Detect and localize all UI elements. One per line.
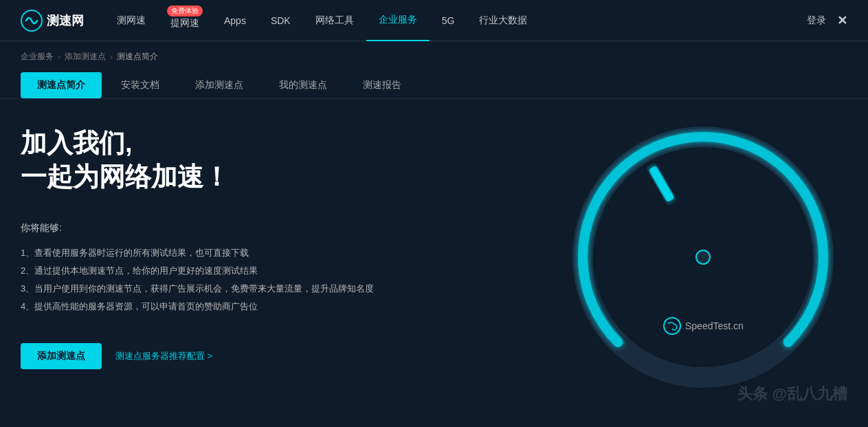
logo[interactable]: 测速网 [21,10,84,32]
features-title: 你将能够: [21,222,488,234]
nav-item-wrapper-3: SDK [258,0,303,41]
feature-item-0: 1、查看使用服务器时运行的所有测试结果，也可直接下载 [21,244,488,262]
breadcrumb-sep-1: › [110,52,113,62]
sub-nav-item-0[interactable]: 测速点简介 [21,72,102,98]
headline-line2: 一起为网络加速！ [21,160,488,194]
headline: 加入我们, 一起为网络加速！ [21,127,488,195]
login-button[interactable]: 登录 [807,14,826,27]
main-nav: 测网速 免费体验 提网速 Apps SDK 网络工具 企业服务 5G 行业大数据 [104,0,807,41]
breadcrumb-item-2: 测速点简介 [117,51,158,63]
close-button[interactable]: ✕ [837,13,847,28]
nav-item-wrapper-4: 网络工具 [303,0,366,41]
feature-item-1: 2、通过提供本地测速节点，给你的用户更好的速度测试结果 [21,262,488,280]
nav-item-wrapper-5: 企业服务 [366,0,430,41]
feature-item-3: 4、提供高性能的服务器资源，可以申请首页的赞助商广告位 [21,298,488,316]
sub-nav: 测速点简介 安装文档 添加测速点 我的测速点 测速报告 [0,72,868,99]
main-content: 加入我们, 一起为网络加速！ 你将能够: 1、查看使用服务器时运行的所有测试结果… [0,99,868,415]
logo-icon [21,10,43,32]
logo-text: 测速网 [47,12,84,29]
svg-text:SpeedTest.cn: SpeedTest.cn [685,320,744,331]
action-row: 添加测速点 测速点服务器推荐配置 > [21,343,488,369]
breadcrumb-item-1[interactable]: 添加测速点 [65,51,106,63]
nav-item-企业服务[interactable]: 企业服务 [366,0,430,41]
svg-point-3 [696,250,710,264]
nav-item-行业大数据[interactable]: 行业大数据 [467,0,539,41]
nav-item-wrapper-0: 测网速 [104,0,158,41]
breadcrumb: 企业服务 › 添加测速点 › 测速点简介 [0,41,868,72]
sub-nav-item-2[interactable]: 添加测速点 [179,72,260,98]
nav-item-测网速[interactable]: 测网速 [104,0,158,41]
breadcrumb-sep-0: › [58,52,60,62]
nav-item-wrapper-1: 免费体验 提网速 [158,0,212,41]
breadcrumb-item-0[interactable]: 企业服务 [21,51,54,63]
speedometer: SpeedTest.cn [559,113,847,402]
nav-item-5g[interactable]: 5G [430,0,467,41]
features-list: 1、查看使用服务器时运行的所有测试结果，也可直接下载 2、通过提供本地测速节点，… [21,244,488,316]
nav-item-wrapper-7: 行业大数据 [467,0,539,41]
left-content: 加入我们, 一起为网络加速！ 你将能够: 1、查看使用服务器时运行的所有测试结果… [21,127,488,395]
header: 测速网 测网速 免费体验 提网速 Apps SDK 网络工具 企业服务 5G [0,0,868,41]
nav-item-网络工具[interactable]: 网络工具 [303,0,366,41]
nav-item-wrapper-6: 5G [430,0,467,41]
nav-item-提网速[interactable]: 提网速 [158,0,212,41]
speedometer-svg: SpeedTest.cn [559,113,847,402]
headline-line1: 加入我们, [21,127,488,160]
svg-rect-2 [649,166,675,203]
feature-item-2: 3、当用户使用到你的测速节点，获得广告展示机会，免费带来大量流量，提升品牌知名度 [21,280,488,298]
watermark: 头条 @乱八九槽 [737,384,847,404]
nav-item-wrapper-2: Apps [212,0,258,41]
sub-nav-item-1[interactable]: 安装文档 [104,72,176,98]
sub-nav-item-3[interactable]: 我的测速点 [263,72,344,98]
nav-item-sdk[interactable]: SDK [258,0,303,41]
add-speed-node-button[interactable]: 添加测速点 [21,343,102,369]
svg-point-4 [664,318,680,334]
right-content: SpeedTest.cn [538,99,868,415]
config-link[interactable]: 测速点服务器推荐配置 > [115,350,212,362]
nav-item-apps[interactable]: Apps [212,0,258,41]
sub-nav-item-4[interactable]: 测速报告 [346,72,418,98]
header-right: 登录 ✕ [807,13,847,28]
